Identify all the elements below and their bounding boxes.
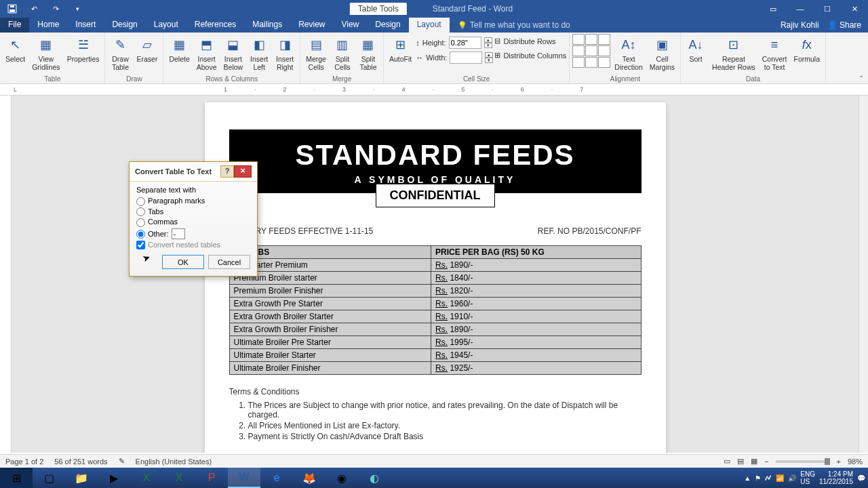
tab-table-design[interactable]: Design — [367, 18, 408, 33]
zoom-slider[interactable] — [776, 460, 830, 463]
edge-button[interactable]: ◐ — [358, 468, 391, 488]
minimize-button[interactable]: — — [787, 0, 814, 18]
save-button[interactable] — [4, 1, 20, 17]
align-tc[interactable] — [585, 34, 597, 45]
height-up[interactable]: ▴ — [484, 37, 492, 43]
zoom-level[interactable]: 98% — [848, 458, 863, 466]
tab-design[interactable]: Design — [104, 18, 145, 33]
tray-notifications-icon[interactable]: 💬 — [857, 474, 865, 482]
ok-button[interactable]: OK — [162, 255, 204, 269]
media-player-button[interactable]: ▶ — [98, 468, 130, 488]
powerpoint-button[interactable]: P — [195, 468, 228, 488]
tab-review[interactable]: Review — [290, 18, 333, 33]
text-direction-button[interactable]: A↕Text Direction — [612, 34, 645, 73]
table-row[interactable]: Ultimate Broiler Pre StarterRs. 1995/- — [229, 336, 641, 349]
distribute-cols-button[interactable]: ⊞Distribute Columns — [494, 51, 566, 60]
print-layout-icon[interactable]: ▤ — [737, 457, 744, 466]
table-row[interactable]: Premium Broiler starterRs. 1840/- — [229, 272, 641, 285]
user-name[interactable]: Rajiv Kohli — [781, 20, 819, 30]
share-button[interactable]: 👤 Share — [827, 20, 861, 30]
word-count[interactable]: 56 of 251 words — [54, 458, 107, 466]
maximize-button[interactable]: ☐ — [814, 0, 841, 18]
other-separator-input[interactable] — [172, 228, 185, 239]
proofing-icon[interactable]: ✎ — [119, 457, 125, 466]
file-explorer-button[interactable]: 📁 — [65, 468, 98, 488]
tab-file[interactable]: File — [0, 18, 29, 33]
width-input[interactable] — [450, 52, 482, 64]
task-view-button[interactable]: ▢ — [33, 468, 65, 488]
width-up[interactable]: ▴ — [485, 52, 493, 58]
collapse-ribbon-button[interactable]: ⌃ — [859, 75, 864, 82]
cancel-button[interactable]: Cancel — [208, 255, 250, 269]
tab-mailings[interactable]: Mailings — [244, 18, 290, 33]
ruler-vertical[interactable] — [0, 96, 12, 453]
draw-table-button[interactable]: ✎Draw Table — [108, 34, 132, 73]
radio-commas[interactable]: Commas — [136, 218, 250, 227]
radio-paragraph[interactable]: Paragraph marks — [136, 197, 250, 206]
table-row[interactable]: Ultimate Broiler FinisherRs. 1925/- — [229, 362, 641, 375]
autofit-button[interactable]: ⊞AutoFit — [387, 34, 414, 65]
split-table-button[interactable]: ▦Split Table — [356, 34, 380, 73]
tab-table-layout[interactable]: Layout — [409, 18, 450, 33]
tell-me-search[interactable]: Tell me what you want to do — [450, 18, 570, 33]
undo-button[interactable]: ↶ — [26, 1, 42, 17]
insert-below-button[interactable]: ⬓Insert Below — [221, 34, 246, 73]
tab-references[interactable]: References — [186, 18, 244, 33]
align-bc[interactable] — [585, 57, 597, 68]
table-row[interactable]: Ultimate Broiler StarterRs. 1945/- — [229, 349, 641, 362]
firefox-button[interactable]: 🦊 — [293, 468, 326, 488]
dialog-close-button[interactable]: × — [234, 165, 252, 178]
align-br[interactable] — [598, 57, 610, 68]
radio-tabs[interactable]: Tabs — [136, 207, 250, 217]
word-button[interactable]: W — [228, 468, 260, 488]
align-bl[interactable] — [572, 57, 585, 68]
eraser-button[interactable]: ▱Eraser — [134, 34, 160, 65]
tray-sound-icon[interactable]: 🔊 — [788, 474, 796, 482]
height-down[interactable]: ▾ — [484, 43, 492, 48]
excel2-button[interactable]: X — [163, 468, 195, 488]
price-table[interactable]: CRUMBSPRICE PER BAG (RS) 50 KG Pre Start… — [229, 245, 642, 375]
tray-up-icon[interactable]: ▲ — [744, 474, 751, 482]
insert-right-button[interactable]: ◨Insert Right — [273, 34, 297, 73]
tab-layout[interactable]: Layout — [146, 18, 186, 33]
table-row[interactable]: Extra Growth Pre StarterRs. 1960/- — [229, 298, 641, 310]
convert-to-text-button[interactable]: ≡Convert to Text — [760, 34, 790, 73]
table-row[interactable]: Pre Starter PremiumRs. 1890/- — [229, 259, 641, 272]
delete-button[interactable]: ▦Delete — [166, 34, 192, 65]
height-input[interactable] — [449, 37, 481, 49]
tab-insert[interactable]: Insert — [67, 18, 104, 33]
page-status[interactable]: Page 1 of 2 — [5, 458, 43, 466]
tray-flag-icon[interactable]: ⚑ — [755, 474, 761, 482]
table-row[interactable]: Extra Growth Broiler FinisherRs. 1890/- — [229, 323, 641, 336]
chrome-button[interactable]: ◉ — [326, 468, 358, 488]
alignment-grid[interactable] — [572, 34, 610, 68]
dialog-help-button[interactable]: ? — [220, 165, 234, 178]
qat-customize-button[interactable]: ▾ — [69, 1, 85, 17]
align-tl[interactable] — [572, 34, 585, 45]
excel-button[interactable]: X — [130, 468, 163, 488]
distribute-rows-button[interactable]: ⊟Distribute Rows — [494, 37, 566, 45]
align-mr[interactable] — [598, 45, 610, 56]
width-down[interactable]: ▾ — [485, 58, 493, 63]
redo-button[interactable]: ↷ — [47, 1, 64, 17]
radio-other[interactable]: Other: — [136, 228, 250, 239]
align-mc[interactable] — [585, 45, 597, 56]
align-ml[interactable] — [572, 45, 585, 56]
zoom-in-button[interactable]: + — [837, 458, 841, 466]
tray-power-icon[interactable]: 🗲 — [765, 474, 772, 482]
scrollbar-vertical[interactable] — [859, 96, 868, 453]
tab-home[interactable]: Home — [29, 18, 67, 33]
close-button[interactable]: ✕ — [841, 0, 868, 18]
cell-margins-button[interactable]: ▣Cell Margins — [647, 34, 677, 73]
view-gridlines-button[interactable]: ▦View Gridlines — [29, 34, 62, 73]
ribbon-display-icon[interactable]: ▭ — [760, 0, 787, 18]
formula-button[interactable]: fxFormula — [791, 34, 823, 65]
properties-button[interactable]: ☱Properties — [64, 34, 102, 65]
repeat-header-button[interactable]: ⊡Repeat Header Rows — [709, 34, 758, 73]
nested-tables-checkbox[interactable]: Convert nested tables — [136, 241, 250, 250]
tray-lang[interactable]: ENGUS — [800, 470, 815, 485]
table-row[interactable]: Premium Broiler FinisherRs. 1820/- — [229, 285, 641, 298]
tray-clock[interactable]: 1:24 PM11/22/2015 — [819, 470, 853, 485]
insert-above-button[interactable]: ⬒Insert Above — [194, 34, 220, 73]
read-mode-icon[interactable]: ▭ — [724, 457, 730, 466]
